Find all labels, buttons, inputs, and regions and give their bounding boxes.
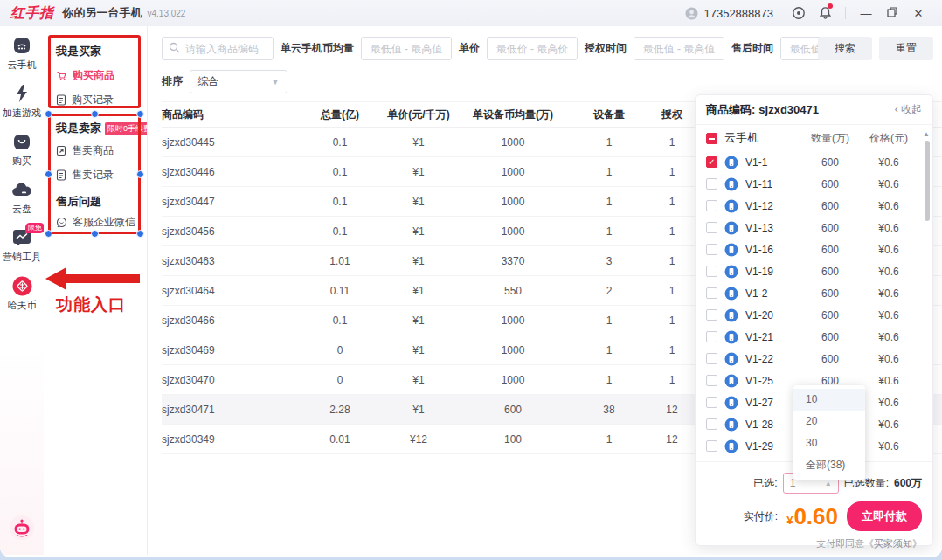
scroll-up-arrow[interactable]: ▲ [923, 130, 930, 138]
dropdown-option[interactable]: 10 [793, 389, 865, 411]
device-name: V1-27 [745, 397, 800, 409]
cell-total: 0.1 [300, 315, 380, 327]
device-checkbox[interactable]: ✓ [706, 156, 717, 168]
filter-input-auth-time[interactable] [634, 37, 724, 60]
sidebar-item-game-boost[interactable]: 加速游戏 [0, 83, 44, 120]
selection-handle [136, 170, 144, 178]
cell-auth: 12 [649, 433, 695, 446]
panel-scrollbar[interactable] [925, 141, 930, 221]
cell-avg: 1000 [457, 374, 569, 386]
selection-handle [136, 230, 144, 238]
cell-code: sjzxd30445 [162, 136, 300, 149]
selection-handle [45, 170, 52, 178]
menu-item-sell-records[interactable]: 售卖记录 [56, 168, 114, 183]
sidebar-item-buy[interactable]: 购买 [0, 131, 44, 168]
dropdown-option[interactable]: 30 [793, 432, 865, 454]
device-name: V1-16 [745, 244, 800, 256]
buyer-section-title: 我是买家 [56, 44, 101, 59]
device-list-item[interactable]: V1-13600¥0.6 [696, 217, 932, 239]
cell-avg: 1000 [457, 196, 569, 208]
cell-avg: 1000 [457, 136, 569, 149]
device-checkbox[interactable] [706, 200, 717, 211]
selected-qty-value: 600万 [894, 476, 922, 491]
cell-price: ¥1 [380, 344, 457, 356]
device-list-item[interactable]: V1-20600¥0.6 [696, 304, 932, 326]
select-all-checkbox[interactable] [706, 133, 717, 144]
collapse-button[interactable]: ‹ 收起 [895, 102, 922, 117]
lightning-icon [11, 83, 32, 104]
mascot-robot-icon[interactable] [9, 515, 35, 544]
cloud-phone-device-icon [724, 330, 738, 344]
device-quantity: 600 [800, 200, 861, 212]
device-quantity: 600 [800, 222, 861, 234]
device-checkbox[interactable] [706, 440, 717, 452]
search-button[interactable]: 搜索 [818, 37, 872, 60]
device-list-item[interactable]: ✓V1-1600¥0.6 [696, 151, 932, 173]
notification-bell-icon[interactable] [812, 3, 838, 24]
dropdown-option[interactable]: 全部(38) [793, 454, 865, 476]
device-list-item[interactable]: V1-22600¥0.6 [696, 348, 932, 370]
cell-price: ¥1 [380, 374, 457, 386]
buyer-notice-link[interactable]: 《买家须知》 [864, 538, 922, 549]
cloud-phone-device-icon [724, 352, 738, 366]
column-price: 价格(元) [861, 131, 917, 146]
sidebar-item-cloud-disk[interactable]: 云盘 [0, 179, 44, 216]
reset-button[interactable]: 重置 [879, 37, 933, 60]
sort-value: 综合 [197, 74, 218, 89]
menu-item-sell-goods[interactable]: 售卖商品 [56, 143, 114, 158]
device-checkbox[interactable] [706, 397, 717, 408]
device-checkbox[interactable] [706, 353, 717, 364]
cell-devices: 1 [569, 374, 649, 386]
account-info[interactable]: 17352888873 [685, 7, 773, 20]
restore-button[interactable] [879, 7, 905, 20]
device-checkbox[interactable] [706, 266, 717, 277]
agreement-prefix: 支付即同意 [816, 538, 864, 549]
device-list-item[interactable]: V1-11600¥0.6 [696, 173, 932, 195]
device-name: V1-13 [745, 222, 800, 234]
device-list-item[interactable]: V1-12600¥0.6 [696, 195, 932, 217]
menu-item-label: 售卖商品 [72, 143, 114, 158]
cloud-phone-device-icon [724, 418, 738, 432]
quantity-dropdown: 102030全部(38) [793, 385, 865, 480]
filter-input-coin-avg[interactable] [361, 37, 452, 60]
menu-item-buy-goods[interactable]: 购买商品 [56, 68, 114, 83]
sidebar-item-cloud-phone[interactable]: 云手机 [0, 35, 44, 72]
device-list-item[interactable]: V1-21600¥0.6 [696, 326, 932, 348]
device-checkbox[interactable] [706, 375, 717, 386]
device-checkbox[interactable] [706, 244, 717, 255]
close-button[interactable]: ✕ [905, 7, 932, 20]
device-checkbox[interactable] [706, 222, 717, 233]
device-price: ¥0.6 [861, 287, 917, 300]
sidebar-item-hafu-coin[interactable]: 哈夫币 [0, 275, 44, 312]
panel-title-value: sjzxd30471 [758, 103, 819, 116]
device-list-item[interactable]: V1-19600¥0.6 [696, 260, 932, 282]
device-checkbox[interactable] [706, 418, 717, 430]
filter-input-unit-price[interactable] [487, 37, 578, 60]
minimize-button[interactable]: — [853, 7, 879, 20]
device-list-item[interactable]: V1-16600¥0.6 [696, 239, 932, 260]
sidebar-label: 加速游戏 [3, 107, 41, 120]
cloud-phone-device-icon [724, 439, 738, 453]
panel-header: 商品编码: sjzxd30471 ‹ 收起 [696, 95, 932, 125]
pay-now-button[interactable]: 立即付款 [847, 501, 922, 531]
sidebar-item-marketing-tools[interactable]: 限免 营销工具 [0, 227, 44, 264]
dropdown-option[interactable]: 20 [793, 411, 865, 432]
device-price: ¥0.6 [861, 418, 917, 431]
device-checkbox[interactable] [706, 287, 717, 299]
cell-code: sjzxd30349 [162, 433, 300, 446]
device-list-item[interactable]: V1-2600¥0.6 [696, 282, 932, 304]
device-checkbox[interactable] [706, 178, 717, 190]
sort-select[interactable]: 综合 ▼ [190, 70, 287, 93]
caret-up-icon: ▲ [825, 480, 832, 487]
record-icon[interactable] [786, 3, 812, 24]
app-version: v4.13.022 [148, 9, 186, 18]
device-checkbox[interactable] [706, 331, 717, 342]
agreement-text: 支付即同意《买家须知》 [706, 537, 922, 550]
menu-item-service-wechat[interactable]: 客服企业微信 [56, 215, 135, 230]
account-number: 17352888873 [703, 7, 773, 20]
service-chat-icon [56, 217, 67, 228]
cell-code: sjzxd30470 [162, 374, 300, 386]
device-checkbox[interactable] [706, 309, 717, 321]
sidebar-label: 购买 [12, 155, 31, 168]
menu-item-buy-records[interactable]: 购买记录 [56, 93, 114, 107]
